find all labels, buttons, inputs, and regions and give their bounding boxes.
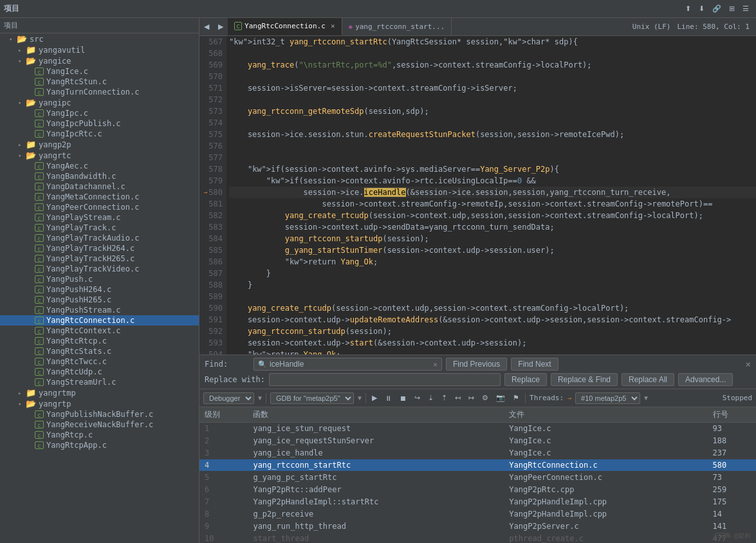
callstack-row-2[interactable]: 2yang_ice_requestStunServerYangIce.c188 bbox=[199, 435, 756, 447]
tree-item-yangrtc[interactable]: ▾📂yangrtc bbox=[0, 150, 199, 161]
gdb-session-select[interactable]: GDB for "metap2p5" bbox=[270, 392, 354, 404]
dbg-btn-8[interactable]: ↦ bbox=[466, 393, 476, 403]
toolbar-nav-forward[interactable]: ⬇ bbox=[696, 3, 708, 15]
code-line-588: } bbox=[229, 279, 756, 291]
replace-input-wrap[interactable] bbox=[269, 373, 501, 386]
callstack-row-7[interactable]: 7YangP2pHandleImpl::startRtcYangP2pHandl… bbox=[199, 496, 756, 508]
find-input-wrap[interactable]: 🔍 ✕ bbox=[254, 358, 442, 371]
tree-item-yangplaytrackvideo-c[interactable]: cYangPlayTrackVideo.c bbox=[0, 264, 199, 274]
find-clear-btn[interactable]: ✕ bbox=[433, 360, 438, 369]
tree-label: YangRtcTwcc.c bbox=[46, 357, 107, 366]
tree-item-yangpushh264-c[interactable]: cYangPushH264.c bbox=[0, 284, 199, 295]
thread-select[interactable]: #10 metap2p5 bbox=[575, 392, 640, 404]
tree-item-yangpublishnackbuffer-c[interactable]: cYangPublishNackBuffer.c bbox=[0, 409, 199, 419]
td-level: 10 bbox=[199, 533, 248, 544]
tree-item-yangreceivenackbuffer-c[interactable]: cYangReceiveNackBuffer.c bbox=[0, 419, 199, 430]
tree-item-yangstreamurl-c[interactable]: cYangStreamUrl.c bbox=[0, 377, 199, 387]
dbg-btn-11[interactable]: ⚑ bbox=[511, 393, 521, 403]
tab-yangrtcconnection[interactable]: c YangRtcConnection.c × bbox=[228, 18, 342, 35]
dbg-btn-7[interactable]: ↤ bbox=[453, 393, 463, 403]
callstack-row-10[interactable]: 10start_threadpthread_create.c477 bbox=[199, 533, 756, 544]
callstack-row-5[interactable]: 5g_yang_pc_startRtcYangPeerConnection.c7… bbox=[199, 472, 756, 484]
dbg-btn-2[interactable]: ⏸ bbox=[383, 394, 394, 403]
tree-item-yangavutil[interactable]: ▸📁yangavutil bbox=[0, 44, 199, 55]
tree-item-yangrtcstun-c[interactable]: cYangRtcStun.c bbox=[0, 77, 199, 87]
find-next-btn[interactable]: Find Next bbox=[511, 358, 558, 371]
tree-item-src[interactable]: ▾📂src bbox=[0, 33, 199, 44]
tree-item-yangplaytrackh264-c[interactable]: cYangPlayTrackH264.c bbox=[0, 243, 199, 253]
replace-btn[interactable]: Replace bbox=[504, 373, 547, 386]
debugger-select[interactable]: Debugger bbox=[203, 392, 254, 404]
dbg-btn-3[interactable]: ⏹ bbox=[398, 394, 409, 403]
tree-item-yangrtcp-c[interactable]: cYangRtcp.c bbox=[0, 430, 199, 440]
tree-item-yangrtccontext-c[interactable]: cYangRtcContext.c bbox=[0, 326, 199, 336]
code-line-584: yang_rtcconn_startudp(session); bbox=[229, 233, 756, 244]
gutter-line-580: →580 bbox=[199, 187, 226, 198]
code-container[interactable]: 567568569570571572573574575576577578579→… bbox=[199, 36, 756, 354]
replace-find-btn[interactable]: Replace & Find bbox=[551, 373, 618, 386]
editor-area: ◀ ▶ c YangRtcConnection.c × ◆ yang_rtcco… bbox=[199, 18, 756, 543]
nav-back-btn[interactable]: ◀ bbox=[199, 21, 214, 33]
tree-item-yangpushstream-c[interactable]: cYangPushStream.c bbox=[0, 305, 199, 315]
dbg-btn-1[interactable]: ▶ bbox=[370, 393, 379, 403]
find-close-btn[interactable]: × bbox=[746, 359, 751, 369]
callstack-row-6[interactable]: 6YangP2pRtc::addPeerYangP2pRtc.cpp259 bbox=[199, 484, 756, 496]
callstack-row-3[interactable]: 3yang_ice_handleYangIce.c237 bbox=[199, 447, 756, 459]
replace-all-btn[interactable]: Replace All bbox=[622, 373, 674, 386]
toolbar-grid[interactable]: ⊞ bbox=[726, 3, 738, 15]
tree-item-yangrtcrtcp-c[interactable]: cYangRtcRtcp.c bbox=[0, 336, 199, 346]
callstack-scroll[interactable]: 级别 函数 文件 行号 1yang_ice_stun_requestYangIc… bbox=[199, 407, 756, 543]
find-input[interactable] bbox=[270, 360, 430, 369]
tab-close-1[interactable]: × bbox=[331, 22, 335, 30]
dbg-btn-10[interactable]: 📷 bbox=[494, 393, 507, 403]
callstack-row-8[interactable]: 8g_p2p_receiveYangP2pHandleImpl.cpp14 bbox=[199, 508, 756, 520]
tree-item-yangrtcpapp-c[interactable]: cYangRtcpApp.c bbox=[0, 440, 199, 450]
dbg-btn-4[interactable]: ↪ bbox=[412, 393, 422, 403]
tree-item-yangipcpublish-c[interactable]: cYangIpcPublish.c bbox=[0, 118, 199, 129]
tree-item-yangplaytrackaudio-c[interactable]: cYangPlayTrackAudio.c bbox=[0, 233, 199, 243]
callstack-row-1[interactable]: 1yang_ice_stun_requestYangIce.c93 bbox=[199, 423, 756, 435]
tree-item-yangrtcudp-c[interactable]: cYangRtcUdp.c bbox=[0, 367, 199, 377]
code-lines[interactable]: "kw">int32_t yang_rtcconn_startRtc(YangR… bbox=[226, 36, 756, 354]
tree-item-yangice-c[interactable]: cYangIce.c bbox=[0, 66, 199, 77]
callstack-row-4[interactable]: 4yang_rtcconn_startRtcYangRtcConnection.… bbox=[199, 459, 756, 472]
tree-item-yangplaytrack-c[interactable]: cYangPlayTrack.c bbox=[0, 223, 199, 233]
file-c-icon: c bbox=[35, 327, 44, 335]
callstack-row-9[interactable]: 9yang_run_http_threadYangP2pServer.c141 bbox=[199, 520, 756, 533]
toolbar-nav-back[interactable]: ⬆ bbox=[682, 3, 694, 15]
tree-item-yangrtctwcc-c[interactable]: cYangRtcTwcc.c bbox=[0, 356, 199, 367]
tree-item-yangpushh265-c[interactable]: cYangPushH265.c bbox=[0, 295, 199, 305]
toolbar-menu[interactable]: ☰ bbox=[739, 3, 752, 15]
dbg-btn-5[interactable]: ⇣ bbox=[426, 393, 436, 403]
dbg-btn-9[interactable]: ⚙ bbox=[480, 393, 490, 403]
tree-item-yangplaystream-c[interactable]: cYangPlayStream.c bbox=[0, 212, 199, 223]
advanced-btn[interactable]: Advanced... bbox=[678, 373, 733, 386]
file-c-icon: c bbox=[35, 378, 44, 386]
tree-item-yangplaytrackh265-c[interactable]: cYangPlayTrackH265.c bbox=[0, 253, 199, 264]
tree-item-yangice[interactable]: ▾📂yangice bbox=[0, 55, 199, 66]
find-prev-btn[interactable]: Find Previous bbox=[446, 358, 507, 371]
tree-item-yangrtmp[interactable]: ▸📁yangrtmp bbox=[0, 387, 199, 398]
tree-item-yangmetaconnection-c[interactable]: cYangMetaConnection.c bbox=[0, 192, 199, 202]
tree-item-yangbandwidth-c[interactable]: cYangBandwidth.c bbox=[0, 171, 199, 181]
tree-item-yangrtp[interactable]: ▾📂yangrtp bbox=[0, 398, 199, 409]
code-line-589 bbox=[229, 291, 756, 302]
tree-item-yangpush-c[interactable]: cYangPush.c bbox=[0, 274, 199, 284]
toolbar-link[interactable]: 🔗 bbox=[709, 3, 724, 15]
tree-item-yangp2p[interactable]: ▸📁yangp2p bbox=[0, 139, 199, 150]
nav-fwd-btn[interactable]: ▶ bbox=[214, 21, 228, 33]
tree-item-yangpeerconnection-c[interactable]: cYangPeerConnection.c bbox=[0, 202, 199, 212]
tree-item-yangdatachannel-c[interactable]: cYangDatachannel.c bbox=[0, 181, 199, 192]
tree-item-yangipcrtc-c[interactable]: cYangIpcRtc.c bbox=[0, 129, 199, 139]
tree-item-yangipc-c[interactable]: cYangIpc.c bbox=[0, 108, 199, 118]
tab-yang-startrtc[interactable]: ◆ yang_rtcconn_start... bbox=[342, 18, 452, 35]
tree-item-yangipc[interactable]: ▾📂yangipc bbox=[0, 97, 199, 108]
tree-item-yangrtcconnection-c[interactable]: cYangRtcConnection.c bbox=[0, 315, 199, 326]
sidebar-tree: ▾📂src▸📁yangavutil▾📂yangicecYangIce.ccYan… bbox=[0, 33, 199, 450]
tree-item-yangaec-c[interactable]: cYangAec.c bbox=[0, 161, 199, 171]
tree-item-yangrtcstats-c[interactable]: cYangRtcStats.c bbox=[0, 346, 199, 356]
tree-item-yangturnconnection-c[interactable]: cYangTurnConnection.c bbox=[0, 87, 199, 97]
replace-input[interactable] bbox=[273, 375, 496, 384]
bottom-panel: Debugger ▼ GDB for "metap2p5" ▼ ▶ ⏸ ⏹ ↪ … bbox=[199, 389, 756, 543]
dbg-btn-6[interactable]: ⇡ bbox=[439, 393, 449, 403]
